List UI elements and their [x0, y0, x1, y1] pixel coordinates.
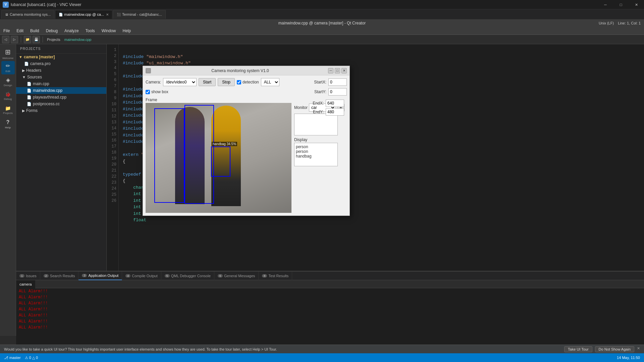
dialog-minimize-btn[interactable]: ─: [328, 68, 333, 73]
sources-label: Sources: [27, 75, 42, 79]
menu-analyze[interactable]: Analyze: [61, 27, 82, 35]
menu-edit[interactable]: Edit: [13, 27, 27, 35]
tree-sources[interactable]: ▼ Sources: [16, 74, 106, 80]
sidebar-icon-design[interactable]: ◈ Design: [1, 75, 15, 88]
frame-view: handbag 34.5%: [146, 103, 291, 213]
tree-forms[interactable]: ▶ Forms: [16, 107, 106, 114]
issues-num: 1: [19, 274, 24, 278]
notif-close-icon[interactable]: ✕: [637, 346, 640, 352]
toolbar-open-btn[interactable]: 📁: [24, 36, 31, 43]
toolbar: ◁ ▷ 📁 💾 Projects mainwindow.cpp: [0, 35, 644, 44]
compile-num: 4: [125, 274, 130, 278]
menu-file[interactable]: File: [0, 27, 13, 35]
tab-search-results[interactable]: 2 Search Results: [40, 272, 79, 280]
tab-app-output[interactable]: 3 Application Output: [78, 272, 122, 280]
tab-icon-3: ⬛: [117, 13, 121, 16]
file-label: mainwindow.cpp: [63, 38, 93, 42]
close-button[interactable]: ✕: [629, 0, 644, 9]
display-item-3: handbag: [296, 154, 336, 159]
root-label: camera [master]: [24, 55, 55, 59]
minimize-button[interactable]: ─: [598, 0, 613, 9]
toolbar-back-btn[interactable]: ◁: [2, 36, 9, 43]
title-bar: V lubancat [lubancat1 (cat)] - VNC Viewe…: [0, 0, 644, 9]
tab-general[interactable]: 6 General Messages: [214, 272, 259, 280]
alarm-line-3: ALL Alarm!!!: [16, 300, 644, 306]
start-y-input[interactable]: [328, 88, 347, 96]
tree-headers[interactable]: ▶ Headers: [16, 67, 106, 74]
menu-tools[interactable]: Tools: [82, 27, 98, 35]
notification-bar: Would you like to take a quick UI tour? …: [0, 345, 644, 353]
frame-label: Frame: [146, 98, 291, 102]
status-branch: ⎇ master: [4, 356, 21, 360]
dialog-titlebar: □ Camera monitoring system V1.0 ─ □ ✕: [143, 66, 350, 75]
mainwindow-cpp-label: mainwindow.cpp: [33, 88, 62, 93]
welcome-label: Welcome: [2, 57, 13, 60]
start-button[interactable]: Start: [199, 78, 216, 86]
tree-postprocess[interactable]: 📄 postprocess.cc: [16, 101, 106, 107]
window-controls[interactable]: ─ □ ✕: [598, 0, 644, 9]
file-icon-main: 📄: [27, 82, 32, 86]
tab-compile[interactable]: 4 Compile Output: [122, 272, 161, 280]
tree-main-cpp[interactable]: 📄 main.cpp: [16, 80, 106, 87]
sidebar-icon-welcome[interactable]: ⊞ Welcome: [1, 47, 15, 60]
sidebar-icon-debug[interactable]: 🐞 Debug: [1, 89, 15, 103]
tree-camera-pro[interactable]: 📄 camera.pro: [16, 60, 106, 67]
dialog-close-btn[interactable]: ✕: [341, 68, 347, 73]
end-y-label: EndY:: [313, 110, 324, 114]
maximize-button[interactable]: □: [613, 0, 629, 9]
tab-issues[interactable]: 1 Issues: [16, 272, 40, 280]
toolbar-sep-2: [43, 37, 43, 43]
end-x-label: EndX:: [313, 101, 324, 106]
menu-debug[interactable]: Debug: [43, 27, 61, 35]
tree-playwav[interactable]: 📄 playwavthread.cpp: [16, 94, 106, 101]
file-icon-mainwindow: 📄: [27, 88, 32, 93]
show-box-checkbox[interactable]: [146, 90, 150, 94]
tab-test[interactable]: 8 Test Results: [259, 272, 292, 280]
all-select[interactable]: ALL: [261, 78, 279, 86]
project-label: Projects: [46, 38, 62, 42]
toolbar-forward-btn[interactable]: ▷: [11, 36, 18, 43]
menu-build[interactable]: Build: [27, 27, 43, 35]
end-x-input[interactable]: [326, 100, 344, 107]
dialog-body: Camera: /dev/video0 Start Stop detection…: [143, 75, 350, 216]
sidebar-icon-help[interactable]: ? Help: [1, 117, 15, 131]
tab-camera-sys[interactable]: 🖥 Camera monitoring sys...: [1, 10, 54, 19]
display-list: person person handbag: [294, 143, 338, 166]
sidebar-icon-projects[interactable]: 📁 Projects: [1, 103, 15, 117]
search-num: 2: [44, 274, 49, 278]
start-x-label: StartX:: [314, 80, 326, 84]
alarm-line-2: ALL Alarm!!!: [16, 294, 644, 300]
vnc-tabbar: 🖥 Camera monitoring sys... 📄 mainwindow.…: [0, 9, 644, 19]
toolbar-save-btn[interactable]: 💾: [33, 36, 40, 43]
dialog-restore-btn[interactable]: □: [335, 68, 340, 73]
main-cpp-label: main.cpp: [33, 81, 49, 86]
detect-box-2: [184, 105, 214, 204]
display-item-2: person: [296, 149, 336, 154]
headers-label: Headers: [26, 68, 41, 73]
start-x-input[interactable]: [328, 78, 347, 86]
help-label: Help: [5, 126, 11, 129]
design-label: Design: [4, 84, 12, 87]
detection-checkbox[interactable]: [237, 80, 241, 84]
menu-help[interactable]: Help: [119, 27, 135, 35]
tab-qml[interactable]: 5 QML Debugger Console: [161, 272, 214, 280]
tab-close-icon[interactable]: ✕: [106, 13, 109, 16]
encoding-status: Unix (LF): [599, 21, 614, 25]
do-not-show-button[interactable]: Do Not Show Again: [595, 346, 634, 352]
frame-section: Frame handbag 34.5%: [146, 98, 291, 213]
tree-mainwindow-cpp[interactable]: 📄 mainwindow.cpp: [16, 87, 106, 94]
sidebar-icon-edit[interactable]: ✏ Edit: [1, 61, 15, 74]
stop-button[interactable]: Stop: [218, 78, 235, 86]
camera-output-tab[interactable]: camera: [16, 280, 35, 288]
tree-root[interactable]: ▼ camera [master]: [16, 54, 106, 60]
tab-terminal[interactable]: ⬛ Terminal - cat@lubanc...: [113, 10, 166, 19]
compile-label: Compile Output: [132, 274, 157, 278]
end-y-input[interactable]: [326, 108, 344, 116]
take-tour-button[interactable]: Take UI Tour: [564, 346, 592, 352]
tab-mainwindow[interactable]: 📄 mainwindow.cpp @ ca... ✕: [55, 10, 112, 19]
end-x-row: EndX:: [313, 100, 344, 107]
forms-label: Forms: [26, 108, 38, 113]
issues-label: Issues: [26, 274, 37, 278]
camera-select[interactable]: /dev/video0: [163, 78, 197, 86]
menu-window[interactable]: Window: [98, 27, 119, 35]
